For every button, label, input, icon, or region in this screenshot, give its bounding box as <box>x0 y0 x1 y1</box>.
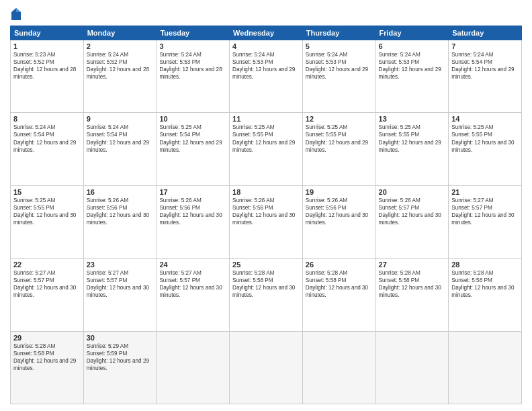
logo <box>10 7 25 21</box>
calendar-cell: 22Sunrise: 5:27 AMSunset: 5:57 PMDayligh… <box>11 259 84 331</box>
calendar-cell <box>230 331 303 404</box>
day-header-thursday: Thursday <box>302 26 375 40</box>
day-number: 21 <box>451 188 519 196</box>
calendar-cell: 28Sunrise: 5:28 AMSunset: 5:58 PMDayligh… <box>449 259 522 331</box>
day-number: 7 <box>451 42 519 50</box>
calendar-cell: 26Sunrise: 5:28 AMSunset: 5:58 PMDayligh… <box>302 259 375 331</box>
calendar-cell: 16Sunrise: 5:26 AMSunset: 5:56 PMDayligh… <box>83 185 157 258</box>
day-details: Sunrise: 5:25 AMSunset: 5:55 PMDaylight:… <box>451 124 519 153</box>
page: SundayMondayTuesdayWednesdayThursdayFrid… <box>0 0 532 411</box>
day-details: Sunrise: 5:25 AMSunset: 5:55 PMDaylight:… <box>379 124 446 153</box>
day-number: 4 <box>232 42 300 50</box>
day-number: 3 <box>159 42 226 50</box>
day-details: Sunrise: 5:24 AMSunset: 5:53 PMDaylight:… <box>159 51 226 81</box>
day-details: Sunrise: 5:27 AMSunset: 5:57 PMDaylight:… <box>159 269 226 299</box>
day-number: 25 <box>232 261 300 269</box>
day-details: Sunrise: 5:28 AMSunset: 5:58 PMDaylight:… <box>232 269 300 299</box>
day-details: Sunrise: 5:26 AMSunset: 5:56 PMDaylight:… <box>159 197 226 226</box>
day-number: 17 <box>159 188 226 196</box>
day-details: Sunrise: 5:24 AMSunset: 5:53 PMDaylight:… <box>379 51 446 81</box>
calendar-cell <box>157 331 230 404</box>
calendar-week-2: 8Sunrise: 5:24 AMSunset: 5:54 PMDaylight… <box>11 113 522 185</box>
day-number: 20 <box>379 188 446 196</box>
day-number: 16 <box>87 188 154 196</box>
day-number: 5 <box>306 42 373 50</box>
day-number: 1 <box>13 42 81 50</box>
day-number: 18 <box>232 188 300 196</box>
calendar-cell: 18Sunrise: 5:26 AMSunset: 5:56 PMDayligh… <box>230 185 303 258</box>
calendar-cell: 23Sunrise: 5:27 AMSunset: 5:57 PMDayligh… <box>83 259 157 331</box>
day-header-wednesday: Wednesday <box>230 26 303 40</box>
day-number: 11 <box>232 115 300 123</box>
day-details: Sunrise: 5:24 AMSunset: 5:53 PMDaylight:… <box>306 51 373 81</box>
day-number: 10 <box>159 115 226 123</box>
day-details: Sunrise: 5:25 AMSunset: 5:55 PMDaylight:… <box>13 197 81 226</box>
calendar-cell: 25Sunrise: 5:28 AMSunset: 5:58 PMDayligh… <box>230 259 303 331</box>
calendar-cell: 6Sunrise: 5:24 AMSunset: 5:53 PMDaylight… <box>375 40 449 113</box>
calendar-cell: 4Sunrise: 5:24 AMSunset: 5:53 PMDaylight… <box>230 40 303 113</box>
calendar-header-row: SundayMondayTuesdayWednesdayThursdayFrid… <box>11 26 522 40</box>
day-number: 26 <box>306 261 373 269</box>
day-number: 15 <box>13 188 81 196</box>
day-details: Sunrise: 5:24 AMSunset: 5:54 PMDaylight:… <box>451 51 519 81</box>
day-number: 14 <box>451 115 519 123</box>
day-number: 6 <box>379 42 446 50</box>
day-details: Sunrise: 5:26 AMSunset: 5:56 PMDaylight:… <box>306 197 373 226</box>
day-details: Sunrise: 5:25 AMSunset: 5:54 PMDaylight:… <box>159 124 226 153</box>
calendar-cell: 17Sunrise: 5:26 AMSunset: 5:56 PMDayligh… <box>157 185 230 258</box>
header <box>10 7 522 21</box>
day-number: 13 <box>379 115 446 123</box>
day-details: Sunrise: 5:28 AMSunset: 5:58 PMDaylight:… <box>306 269 373 299</box>
calendar-cell: 27Sunrise: 5:28 AMSunset: 5:58 PMDayligh… <box>375 259 449 331</box>
day-header-monday: Monday <box>83 26 157 40</box>
calendar-week-3: 15Sunrise: 5:25 AMSunset: 5:55 PMDayligh… <box>11 185 522 258</box>
day-details: Sunrise: 5:28 AMSunset: 5:58 PMDaylight:… <box>379 269 446 299</box>
day-details: Sunrise: 5:26 AMSunset: 5:56 PMDaylight:… <box>87 197 154 226</box>
day-details: Sunrise: 5:25 AMSunset: 5:55 PMDaylight:… <box>306 124 373 153</box>
day-details: Sunrise: 5:27 AMSunset: 5:57 PMDaylight:… <box>13 269 81 299</box>
day-number: 27 <box>379 261 446 269</box>
day-number: 28 <box>451 261 519 269</box>
day-number: 8 <box>13 115 81 123</box>
day-header-friday: Friday <box>375 26 449 40</box>
day-number: 2 <box>87 42 154 50</box>
calendar-cell: 2Sunrise: 5:24 AMSunset: 5:52 PMDaylight… <box>83 40 157 113</box>
day-number: 29 <box>13 334 81 342</box>
calendar-cell: 11Sunrise: 5:25 AMSunset: 5:55 PMDayligh… <box>230 113 303 185</box>
day-header-sunday: Sunday <box>11 26 84 40</box>
calendar-cell: 24Sunrise: 5:27 AMSunset: 5:57 PMDayligh… <box>157 259 230 331</box>
day-header-tuesday: Tuesday <box>157 26 230 40</box>
logo-icon <box>10 7 22 21</box>
day-number: 30 <box>87 334 154 342</box>
day-details: Sunrise: 5:28 AMSunset: 5:58 PMDaylight:… <box>13 342 81 372</box>
calendar-cell: 20Sunrise: 5:26 AMSunset: 5:57 PMDayligh… <box>375 185 449 258</box>
day-details: Sunrise: 5:25 AMSunset: 5:55 PMDaylight:… <box>232 124 300 153</box>
day-number: 12 <box>306 115 373 123</box>
calendar-week-5: 29Sunrise: 5:28 AMSunset: 5:58 PMDayligh… <box>11 331 522 404</box>
calendar-cell: 8Sunrise: 5:24 AMSunset: 5:54 PMDaylight… <box>11 113 84 185</box>
calendar-week-4: 22Sunrise: 5:27 AMSunset: 5:57 PMDayligh… <box>11 259 522 331</box>
calendar-cell: 12Sunrise: 5:25 AMSunset: 5:55 PMDayligh… <box>302 113 375 185</box>
calendar-cell: 19Sunrise: 5:26 AMSunset: 5:56 PMDayligh… <box>302 185 375 258</box>
calendar-cell: 30Sunrise: 5:29 AMSunset: 5:59 PMDayligh… <box>83 331 157 404</box>
day-details: Sunrise: 5:27 AMSunset: 5:57 PMDaylight:… <box>87 269 154 299</box>
day-details: Sunrise: 5:24 AMSunset: 5:53 PMDaylight:… <box>232 51 300 81</box>
day-details: Sunrise: 5:27 AMSunset: 5:57 PMDaylight:… <box>451 197 519 226</box>
calendar-cell: 15Sunrise: 5:25 AMSunset: 5:55 PMDayligh… <box>11 185 84 258</box>
calendar-cell: 29Sunrise: 5:28 AMSunset: 5:58 PMDayligh… <box>11 331 84 404</box>
calendar-cell <box>302 331 375 404</box>
calendar-cell <box>375 331 449 404</box>
day-details: Sunrise: 5:26 AMSunset: 5:56 PMDaylight:… <box>232 197 300 226</box>
calendar-cell: 1Sunrise: 5:23 AMSunset: 5:52 PMDaylight… <box>11 40 84 113</box>
day-number: 19 <box>306 188 373 196</box>
day-number: 23 <box>87 261 154 269</box>
calendar-week-1: 1Sunrise: 5:23 AMSunset: 5:52 PMDaylight… <box>11 40 522 113</box>
svg-marker-1 <box>16 8 21 12</box>
day-details: Sunrise: 5:26 AMSunset: 5:57 PMDaylight:… <box>379 197 446 226</box>
day-number: 22 <box>13 261 81 269</box>
calendar-cell: 7Sunrise: 5:24 AMSunset: 5:54 PMDaylight… <box>449 40 522 113</box>
day-details: Sunrise: 5:23 AMSunset: 5:52 PMDaylight:… <box>13 51 81 81</box>
day-details: Sunrise: 5:29 AMSunset: 5:59 PMDaylight:… <box>87 342 154 372</box>
calendar-cell: 14Sunrise: 5:25 AMSunset: 5:55 PMDayligh… <box>449 113 522 185</box>
calendar-cell <box>449 331 522 404</box>
